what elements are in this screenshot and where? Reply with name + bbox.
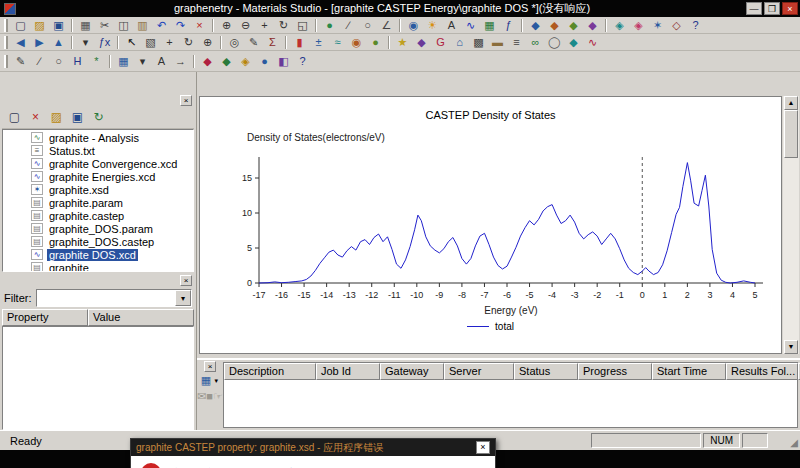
selection-cursor-icon[interactable]: ↖: [123, 35, 140, 50]
send-job-icon[interactable]: ✉: [197, 390, 206, 402]
charge-icon[interactable]: ±: [310, 35, 327, 50]
redo-icon[interactable]: ↷: [172, 18, 189, 33]
maximize-button[interactable]: ❐: [764, 2, 780, 15]
close-button[interactable]: ×: [782, 2, 798, 15]
chevron-down-icon[interactable]: ▾: [175, 290, 191, 306]
bond-tool-icon[interactable]: ∕: [340, 18, 357, 33]
new-document-icon[interactable]: ▢: [12, 18, 29, 33]
project-icon[interactable]: ◈: [611, 18, 628, 33]
new-item-icon[interactable]: ▢: [5, 109, 24, 126]
layers-icon[interactable]: ≡: [508, 35, 525, 50]
modules-menu-icon[interactable]: ◆: [413, 35, 430, 50]
recenter-icon[interactable]: ◎: [226, 35, 243, 50]
cut-icon[interactable]: ✂: [96, 18, 113, 33]
options-icon[interactable]: ?: [294, 53, 311, 70]
toolbar-grip[interactable]: [4, 36, 8, 49]
up-icon[interactable]: ▲: [50, 35, 67, 50]
cleave-icon[interactable]: ▬: [489, 35, 506, 50]
paste-icon[interactable]: ▥: [134, 18, 151, 33]
properties-explorer-close-icon[interactable]: ×: [180, 275, 192, 286]
view-mode-icon[interactable]: ▦: [198, 373, 215, 388]
resize-grip-icon[interactable]: ◢: [790, 437, 798, 448]
sketch-ring-icon[interactable]: ○: [50, 53, 67, 70]
orbital-icon[interactable]: ◉: [348, 35, 365, 50]
gaussian-icon[interactable]: G: [432, 35, 449, 50]
clean-icon[interactable]: *: [88, 53, 105, 70]
job-column-header[interactable]: Start Time: [652, 363, 726, 380]
tree-item[interactable]: ∿graphite - Analysis: [3, 131, 193, 144]
toolbar-grip[interactable]: [4, 55, 8, 68]
table-viewer-icon[interactable]: ▦: [481, 18, 498, 33]
open-icon[interactable]: ▨: [31, 18, 48, 33]
save-icon[interactable]: ▣: [50, 18, 67, 33]
mesocite-icon[interactable]: ◆: [565, 35, 582, 50]
measure-tool-icon[interactable]: ∠: [378, 18, 395, 33]
select-area-icon[interactable]: ▧: [142, 35, 159, 50]
text-tool-icon[interactable]: A: [153, 53, 170, 70]
favorites-icon[interactable]: ★: [394, 35, 411, 50]
tree-item[interactable]: ✶graphite.xsd: [3, 183, 193, 196]
builder-icon[interactable]: ⌂: [451, 35, 468, 50]
alter-icon[interactable]: ✎: [245, 35, 262, 50]
view-selector-icon[interactable]: ▾: [77, 35, 94, 50]
copy-icon[interactable]: ◫: [115, 18, 132, 33]
analysis-menu-icon[interactable]: ∿: [584, 35, 601, 50]
label-style-icon[interactable]: ◈: [237, 53, 254, 70]
job-column-header[interactable]: Description: [224, 363, 316, 380]
scroll-up-icon[interactable]: ▲: [784, 96, 798, 110]
tree-item[interactable]: ▤graphite: [3, 261, 193, 272]
undo-icon[interactable]: ↶: [153, 18, 170, 33]
temperature-icon[interactable]: ▮: [291, 35, 308, 50]
project-explorer-close-icon[interactable]: ×: [180, 95, 192, 106]
function-editor-icon[interactable]: ƒx: [96, 35, 113, 50]
print-icon[interactable]: ▦: [77, 18, 94, 33]
refresh-icon[interactable]: ↻: [89, 109, 108, 126]
sketch-atom-icon[interactable]: ✎: [12, 53, 29, 70]
value-column-header[interactable]: Value: [88, 309, 194, 326]
tree-item[interactable]: ▤graphite.param: [3, 196, 193, 209]
job-column-header[interactable]: Server: [444, 363, 514, 380]
display-style-icon[interactable]: ◉: [405, 18, 422, 33]
module-amorphous-icon[interactable]: ◆: [584, 18, 601, 33]
ring-tool-icon[interactable]: ○: [359, 18, 376, 33]
minimize-button[interactable]: —: [746, 2, 762, 15]
symmetry-icon[interactable]: ◇: [668, 18, 685, 33]
job-column-header[interactable]: Progress: [578, 363, 652, 380]
style-tool-icon[interactable]: ◆: [218, 53, 235, 70]
rotate-icon[interactable]: ↻: [180, 35, 197, 50]
job-explorer-close-icon[interactable]: ×: [204, 361, 216, 372]
fit-view-icon[interactable]: ◱: [294, 18, 311, 33]
module-castep-icon[interactable]: ◆: [527, 18, 544, 33]
error-dialog-close-icon[interactable]: ×: [476, 441, 490, 454]
delete-item-icon[interactable]: ×: [26, 109, 45, 126]
script-icon[interactable]: ƒ: [500, 18, 517, 33]
job-options-icon[interactable]: ☞: [213, 390, 223, 402]
adjust-hydrogen-icon[interactable]: H: [69, 53, 86, 70]
sketch-line-icon[interactable]: ∕: [31, 53, 48, 70]
chart-document[interactable]: CASTEP Density of States Density of Stat…: [199, 96, 782, 354]
polymer-icon[interactable]: ∞: [527, 35, 544, 50]
filter-combo[interactable]: ▾: [36, 289, 193, 307]
tree-item[interactable]: ▤graphite_DOS.param: [3, 222, 193, 235]
zoom-mode-icon[interactable]: ⊕: [199, 35, 216, 50]
translate-view-icon[interactable]: +: [256, 18, 273, 33]
help-icon[interactable]: ?: [687, 18, 704, 33]
materials-icon[interactable]: ◈: [630, 18, 647, 33]
save-project-icon[interactable]: ▣: [68, 109, 87, 126]
render-tool-icon[interactable]: ●: [256, 53, 273, 70]
nanotube-icon[interactable]: ◯: [546, 35, 563, 50]
module-dmol-icon[interactable]: ◆: [546, 18, 563, 33]
density-icon[interactable]: ●: [367, 35, 384, 50]
scrollbar-thumb[interactable]: [784, 110, 798, 158]
rotate-view-icon[interactable]: ↻: [275, 18, 292, 33]
lighting-icon[interactable]: ☀: [424, 18, 441, 33]
zoom-out-icon[interactable]: ⊖: [237, 18, 254, 33]
scroll-down-icon[interactable]: ▼: [784, 340, 798, 354]
atom-tool-icon[interactable]: ●: [321, 18, 338, 33]
job-column-header[interactable]: Job Id: [316, 363, 380, 380]
delete-icon[interactable]: ×: [191, 18, 208, 33]
stop-job-icon[interactable]: ■: [206, 390, 213, 402]
move-icon[interactable]: +: [161, 35, 178, 50]
tree-item[interactable]: ∿graphite Convergence.xcd: [3, 157, 193, 170]
label-icon[interactable]: A: [443, 18, 460, 33]
